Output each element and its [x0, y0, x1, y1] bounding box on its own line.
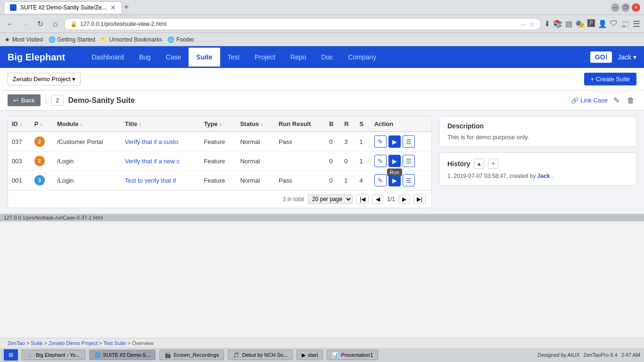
project-dropdown[interactable]: Zenato Demo Project ▾ [8, 73, 81, 85]
url-text: 127.0.0.1/pro/testtask-runCase-0-37-2.ht… [4, 215, 103, 220]
bookmark-getting-started[interactable]: 🌐 Getting Started [49, 36, 95, 43]
nav-test[interactable]: Test [220, 48, 248, 67]
cell-priority: 2 [31, 152, 53, 171]
cell-title: Test to verify that if [121, 171, 200, 190]
nav-project[interactable]: Project [247, 48, 283, 67]
view-action-btn[interactable]: ☰ [403, 174, 415, 186]
nav-dashboard[interactable]: Dashboard [84, 48, 132, 67]
home-btn[interactable]: ⌂ [49, 18, 61, 30]
library-icon[interactable]: 📚 [553, 19, 562, 28]
last-page-btn[interactable]: ▶| [413, 194, 426, 204]
history-up-btn[interactable]: ▲ [474, 159, 484, 169]
description-card: Description This is for demo purpose onl… [439, 116, 636, 147]
first-page-btn[interactable]: |◀ [356, 194, 369, 204]
minimize-btn[interactable]: — [611, 3, 619, 12]
cell-module: /Customer Portal [53, 132, 121, 152]
nav-case[interactable]: Case [158, 48, 189, 67]
col-p[interactable]: P ↕ [31, 117, 53, 132]
edit-action-btn[interactable]: ✎ [374, 155, 387, 167]
per-page-select[interactable]: 20 per page 50 per page [308, 194, 353, 204]
run-action-btn[interactable]: ▶Run [388, 155, 401, 167]
toolbar-right: + Create Suite [584, 73, 636, 85]
back-nav-btn[interactable]: ← [4, 18, 16, 30]
cell-module: /Login [53, 171, 121, 190]
browser-tab[interactable]: SUITE #2 Demo-Sanity Suite/Ze... ✕ [4, 1, 122, 13]
close-btn[interactable]: ✕ [632, 3, 640, 12]
edit-action-btn[interactable]: ✎ [374, 174, 387, 186]
edit-icon-btn[interactable]: ✎ [611, 95, 621, 106]
reader-icon[interactable]: 📰 [620, 19, 630, 28]
tab-close-btn[interactable]: ✕ [110, 4, 116, 11]
nav-repo[interactable]: Repo [283, 48, 314, 67]
cell-type: Feature [200, 152, 236, 171]
cell-action: ✎ ▶ ☰ [371, 132, 431, 152]
case-title-link[interactable]: Test to verify that if [125, 177, 176, 184]
case-title-link[interactable]: Verify that if a new c [125, 158, 180, 165]
col-module[interactable]: Module ↕ [53, 117, 121, 132]
suite-toolbar-left: ↩ Back | 2 Demo-Sanity Suite [8, 94, 135, 106]
profile-icon[interactable]: 👤 [598, 19, 607, 28]
col-id[interactable]: ID ↕ [8, 117, 31, 132]
case-title-link[interactable]: Verify that if a custo [125, 138, 178, 145]
nav-company[interactable]: Company [340, 48, 384, 67]
create-suite-btn[interactable]: + Create Suite [584, 73, 636, 85]
nav-doc[interactable]: Doc [314, 48, 340, 67]
view-action-btn[interactable]: ☰ [403, 135, 415, 148]
bookmark-unsorted[interactable]: 📁 Unsorted Bookmarks [101, 36, 162, 43]
forward-nav-btn[interactable]: → [19, 18, 31, 30]
browser-menu-btn[interactable]: ☰ [633, 19, 640, 29]
cell-title: Verify that if a new c [121, 152, 200, 171]
bookmark-star-icon: ★ [4, 36, 10, 43]
bookmark-most-visited[interactable]: ★ Most Visited [4, 36, 43, 43]
sidebar-icon[interactable]: ▤ [565, 19, 572, 28]
go-btn[interactable]: GO! [590, 51, 612, 63]
action-icons: ✎ ▶ ☰ [374, 135, 428, 148]
address-text: 127.0.0.1/pro/testsuite-view-2.html [80, 21, 518, 27]
cell-id: 001 [8, 171, 31, 190]
lock-icon: 🔒 [70, 21, 77, 27]
link-case-btn[interactable]: 🔗 Link Case [571, 97, 608, 104]
col-title[interactable]: Title ↕ [121, 117, 200, 132]
col-status[interactable]: Status ↕ [236, 117, 275, 132]
pocket-icon[interactable]: 🅿 [587, 19, 595, 28]
cell-status: Normal [236, 171, 275, 190]
shield-icon[interactable]: 🛡 [610, 19, 618, 28]
bookmark-folder-icon: 📁 [101, 36, 107, 43]
run-action-btn[interactable]: ▶ [388, 174, 401, 186]
cell-r: 1 [340, 171, 355, 190]
view-action-btn[interactable]: ☰ [403, 155, 415, 167]
cell-priority: 3 [31, 171, 53, 190]
table-panel: ID ↕ P ↕ Module ↕ Title ↕ Type ↕ Status … [8, 116, 432, 208]
reload-btn[interactable]: ↻ [34, 18, 46, 30]
col-type[interactable]: Type ↕ [200, 117, 236, 132]
history-text: 1. 2019-07-07 03:58:47, created by [447, 173, 537, 179]
edit-action-btn[interactable]: ✎ [374, 135, 387, 148]
prev-page-btn[interactable]: ◀ [372, 194, 383, 204]
suite-toolbar-right: 🔗 Link Case ✎ 🗑 [571, 95, 636, 106]
maximize-btn[interactable]: ❐ [621, 3, 630, 12]
back-button[interactable]: ↩ Back [8, 94, 41, 106]
delete-icon-btn[interactable]: 🗑 [625, 95, 636, 106]
action-icons: ✎ ▶ ☰ [374, 174, 428, 186]
next-page-btn[interactable]: ▶ [399, 194, 410, 204]
history-add-btn[interactable]: + [488, 159, 498, 169]
bookmark-star-icon[interactable]: ☆ [529, 20, 535, 28]
nav-bug[interactable]: Bug [132, 48, 158, 67]
run-action-btn[interactable]: ▶ [388, 135, 401, 148]
screenshot-icon[interactable]: 🎭 [575, 19, 585, 28]
new-tab-btn[interactable]: + [124, 2, 129, 12]
bookmark-label: Most Visited [12, 36, 43, 43]
bookmark-fooder[interactable]: 🌐 Fooder [168, 36, 194, 43]
address-box[interactable]: 🔒 127.0.0.1/pro/testsuite-view-2.html ··… [64, 18, 541, 30]
nav-links: Dashboard Bug Case Suite Test Project Re… [84, 48, 590, 67]
bookmark-globe2-icon: 🌐 [168, 36, 174, 43]
nav-suite[interactable]: Suite [189, 48, 220, 67]
page-info: 1/1 [387, 196, 395, 202]
download-icon[interactable]: ⬇ [544, 19, 550, 28]
priority-badge: 3 [34, 175, 45, 185]
bookmark-label: Unsorted Bookmarks [109, 36, 162, 43]
history-header: History ▲ + [447, 159, 628, 169]
cell-r: 3 [340, 132, 355, 152]
total-count: 3 in total [283, 196, 304, 202]
nav-user[interactable]: Jack ▾ [618, 53, 636, 61]
